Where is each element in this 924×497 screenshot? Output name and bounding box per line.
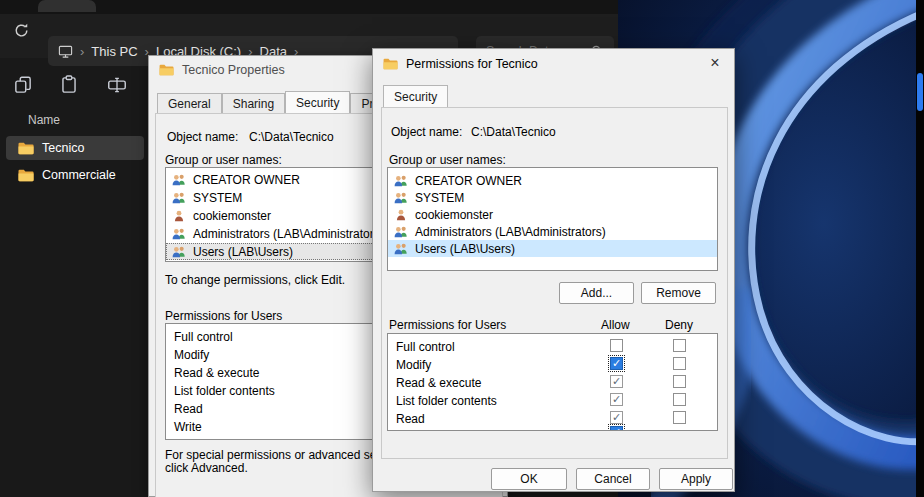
group-item-selected[interactable]: Users (LAB\Users) [388,240,717,257]
users-group-icon [393,174,409,187]
permission-item[interactable]: List folder contents [174,384,275,398]
allow-checkbox-full-control[interactable] [610,339,623,352]
tab-security[interactable]: Security [383,85,448,107]
users-group-icon [171,245,187,258]
edit-hint: To change permissions, click Edit. [165,273,345,287]
deny-header: Deny [665,318,693,332]
permission-item[interactable]: Write [174,420,202,434]
allow-header: Allow [601,318,630,332]
dialog-title: Tecnico Properties [182,63,285,77]
permission-item[interactable]: Full control [396,340,455,354]
user-icon [171,209,187,222]
ok-button[interactable]: OK [491,468,567,490]
advanced-hint-line2: click Advanced. [165,461,248,475]
group-item[interactable]: Administrators (LAB\Administrators) [388,223,717,240]
allow-checkbox-modify[interactable] [610,357,623,370]
permissions-dialog: Permissions for Tecnico × Security Objec… [372,48,735,492]
group-item[interactable]: CREATOR OWNER [388,172,717,189]
permissions-title-bar[interactable]: Permissions for Tecnico [373,49,734,79]
users-group-icon [393,191,409,204]
explorer-tab[interactable] [38,0,96,12]
users-group-icon [171,227,187,240]
permission-item[interactable]: List folder contents [396,394,497,408]
permissions-label: Permissions for Users [389,318,506,332]
rename-icon[interactable] [106,74,128,96]
group-list-label: Group or user names: [165,153,282,167]
allow-checkbox-partial[interactable] [610,426,623,431]
object-name-label: Object name: [167,130,238,144]
explorer-tab-strip [0,0,618,14]
permissions-label: Permissions for Users [165,309,282,323]
advanced-hint-line1: For special permissions or advanced sett… [165,448,399,462]
breadcrumb-this-pc[interactable]: This PC [91,44,137,59]
deny-checkbox-list-folder[interactable] [673,393,686,406]
permissions-list: Full control Modify Read & execute List … [387,333,718,431]
close-icon[interactable]: × [700,53,730,75]
user-icon [393,208,409,221]
permission-item[interactable]: Read & execute [174,366,259,380]
deny-checkbox-modify[interactable] [673,357,686,370]
group-list-label: Group or user names: [389,153,506,167]
users-group-icon [393,242,409,255]
folder-row-tecnico[interactable]: Tecnico [6,136,144,160]
group-list: CREATOR OWNER SYSTEM cookiemonster Admin… [387,167,718,271]
group-item[interactable]: cookiemonster [388,206,717,223]
cancel-button[interactable]: Cancel [576,468,650,490]
folder-icon [159,64,174,76]
screen: › This PC › Local Disk (C:) › Data › [0,0,924,497]
tab-general[interactable]: General [157,93,222,113]
deny-checkbox-read[interactable] [673,411,686,424]
permission-item[interactable]: Read [396,412,425,426]
permission-item[interactable]: Read & execute [396,376,481,390]
users-group-icon [171,191,187,204]
refresh-icon[interactable] [13,22,30,39]
allow-checkbox-list-folder[interactable] [610,393,623,406]
allow-checkbox-read-execute[interactable] [610,375,623,388]
permission-item[interactable]: Full control [174,330,233,344]
object-name-label: Object name: [391,125,462,139]
object-name-value: C:\Data\Tecnico [471,125,556,139]
users-group-icon [393,225,409,238]
dialog-title: Permissions for Tecnico [406,57,538,71]
add-button[interactable]: Add... [559,282,634,304]
folder-row-commerciale[interactable]: Commerciale [6,163,144,187]
tab-security[interactable]: Security [285,91,350,113]
permissions-tabs: Security [383,87,448,107]
wallpaper-accent [917,73,923,111]
object-name-value: C:\Data\Tecnico [249,130,334,144]
allow-checkbox-read[interactable] [610,411,623,424]
deny-checkbox-read-execute[interactable] [673,375,686,388]
permission-item[interactable]: Read [174,402,203,416]
apply-button[interactable]: Apply [659,468,733,490]
remove-button[interactable]: Remove [641,282,716,304]
permission-item[interactable]: Modify [396,358,431,372]
folder-icon [18,169,34,182]
paste-icon[interactable] [58,74,80,96]
this-pc-icon [58,44,73,59]
users-group-icon [171,173,187,186]
deny-checkbox-full-control[interactable] [673,339,686,352]
folder-name: Tecnico [42,141,84,155]
permission-item[interactable]: Modify [174,348,209,362]
column-header-name[interactable]: Name [28,113,60,127]
tab-sharing[interactable]: Sharing [222,93,285,113]
folder-name: Commerciale [42,168,116,182]
copy-icon[interactable] [12,74,34,96]
folder-icon [18,142,34,155]
group-item[interactable]: SYSTEM [388,189,717,206]
folder-icon [383,58,398,70]
chevron-right-icon: › [80,44,84,59]
